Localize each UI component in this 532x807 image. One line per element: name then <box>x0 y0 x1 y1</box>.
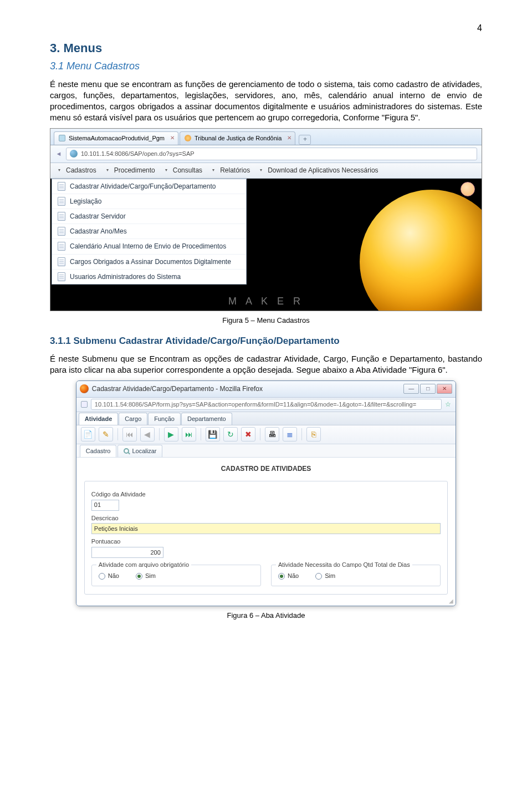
toolbar-last-icon[interactable]: ⏭ <box>182 427 196 441</box>
dropdown-item[interactable]: Cargos Obrigados a Assinar Documentos Di… <box>52 255 246 270</box>
tab-title: SistemaAutomacaoProdutivid_Pgm <box>69 134 165 143</box>
toolbar-next-icon[interactable]: ▶ <box>164 427 178 441</box>
browser-tab-strip: SistemaAutomacaoProdutivid_Pgm ✕ Tribuna… <box>50 129 482 145</box>
group-legend: Atividade com arquivo obrigatório <box>96 561 191 569</box>
toolbar-new-icon[interactable]: 📄 <box>81 427 95 441</box>
toolbar-edit-icon[interactable]: ✎ <box>99 427 113 441</box>
document-icon <box>58 212 65 221</box>
resize-grip-icon[interactable]: ◢ <box>449 597 453 605</box>
subtab-localizar[interactable]: Localizar <box>117 445 162 457</box>
form-title: CADASTRO DE ATIVIDADES <box>84 464 448 473</box>
input-codigo[interactable]: 01 <box>91 500 119 511</box>
label-descricao: Descricao <box>91 514 441 522</box>
figure-5-screenshot: SistemaAutomacaoProdutivid_Pgm ✕ Tribuna… <box>50 128 482 311</box>
document-icon <box>58 257 65 266</box>
firefox-icon <box>80 384 89 393</box>
url-text: 10.101.1.54:8086/SAP/open.do?sys=SAP <box>81 150 195 158</box>
dropdown-item[interactable]: Cadastrar Atividade/Cargo/Função/Departa… <box>52 179 246 194</box>
bookmark-star-icon[interactable]: ☆ <box>445 400 451 409</box>
input-descricao[interactable]: Petições Iniciais <box>91 523 441 534</box>
dropdown-label: Cadastrar Atividade/Cargo/Função/Departa… <box>70 182 216 191</box>
window-buttons: — □ ✕ <box>403 384 452 394</box>
dropdown-label: Cargos Obrigados a Assinar Documentos Di… <box>70 257 231 266</box>
dropdown-item[interactable]: Cadastrar Ano/Mes <box>52 224 246 239</box>
close-icon[interactable]: ✕ <box>287 134 291 142</box>
toolbar-separator <box>260 428 260 440</box>
subtab-label: Cadastro <box>86 447 111 455</box>
address-bar: ◄ 10.101.1.54:8086/SAP/open.do?sys=SAP <box>50 145 482 163</box>
document-icon <box>58 272 65 281</box>
form-area: CADASTRO DE ATIVIDADES Código da Ativida… <box>76 458 456 606</box>
label-pontuacao: Pontuacao <box>91 537 441 546</box>
dropdown-label: Usuarios Administradores do Sistema <box>70 272 181 281</box>
document-icon <box>58 242 65 251</box>
close-button[interactable]: ✕ <box>437 384 452 394</box>
figure-6-screenshot: Cadastrar Atividade/Cargo/Departamento -… <box>76 380 456 607</box>
toolbar-separator <box>159 428 160 440</box>
toolbar-first-icon[interactable]: ⏮ <box>122 427 137 441</box>
new-tab-button[interactable]: + <box>299 135 311 145</box>
menu-download[interactable]: Download de Aplicativos Necessários <box>258 166 386 175</box>
watermark-text: M A K E R <box>228 295 304 308</box>
close-icon[interactable]: ✕ <box>170 134 175 142</box>
back-icon[interactable]: ◄ <box>55 150 63 158</box>
document-icon <box>58 227 65 236</box>
radio-label: Não <box>288 572 299 580</box>
radio-icon <box>136 573 142 580</box>
radio-icon <box>315 573 322 580</box>
radio-icon <box>278 573 285 580</box>
radio-nao[interactable]: Não <box>99 572 119 580</box>
radio-label: Não <box>108 572 119 580</box>
minimize-button[interactable]: — <box>403 384 419 394</box>
tab-cargo[interactable]: Cargo <box>119 413 147 425</box>
document-icon <box>58 197 65 206</box>
figure-6-caption: Figura 6 – Aba Atividade <box>50 611 482 621</box>
toolbar-save-icon[interactable]: 💾 <box>206 427 220 441</box>
background-orb <box>360 190 482 311</box>
toolbar-prev-icon[interactable]: ◀ <box>140 427 155 441</box>
label-codigo: Código da Atividade <box>91 490 441 499</box>
document-icon <box>58 182 65 191</box>
menu-relatorios[interactable]: Relatórios <box>210 166 258 175</box>
toolbar-delete-icon[interactable]: ✖ <box>241 427 255 441</box>
dropdown-item[interactable]: Usuarios Administradores do Sistema <box>52 270 246 284</box>
cadastros-dropdown: Cadastrar Atividade/Cargo/Função/Departa… <box>52 179 247 285</box>
lock-icon <box>81 401 88 408</box>
globe-icon <box>70 150 78 158</box>
dropdown-item[interactable]: Legislação <box>52 194 246 209</box>
browser-tab-active[interactable]: SistemaAutomacaoProdutivid_Pgm ✕ <box>54 131 178 145</box>
toolbar-print-icon[interactable]: 🖶 <box>265 427 279 441</box>
subtab-cadastro[interactable]: Cadastro <box>80 445 117 457</box>
dropdown-item[interactable]: Calendário Anual Interno de Envio de Pro… <box>52 239 246 254</box>
toolbar-log-icon[interactable]: ≣ <box>283 427 297 441</box>
radio-label: Sim <box>145 572 156 580</box>
subtab-label: Localizar <box>132 447 156 455</box>
paragraph-2: É neste Submenu que se Encontram as opçõ… <box>50 353 482 376</box>
menu-consultas[interactable]: Consultas <box>163 166 210 175</box>
radio-sim[interactable]: Sim <box>315 572 335 580</box>
user-avatar-icon[interactable] <box>461 182 475 196</box>
browser-tab-inactive[interactable]: Tribunal de Justiça de Rondônia ✕ <box>180 131 295 145</box>
tab-funcao[interactable]: Função <box>148 413 181 425</box>
heading-submenu: 3.1.1 Submenu Cadastrar Atividade/Cargo/… <box>50 335 482 348</box>
radio-nao[interactable]: Não <box>278 572 299 580</box>
form-fieldset: Código da Atividade 01 Descricao Petiçõe… <box>84 481 448 595</box>
form-subtabs: Cadastro Localizar <box>76 444 456 458</box>
url-field[interactable]: 10.101.1.54:8086/SAP/open.do?sys=SAP <box>66 148 477 160</box>
popup-url-field[interactable]: 10.101.1.54:8086/SAP/form.jsp?sys=SAP&ac… <box>91 399 442 410</box>
heading-menu-cadastros: 3.1 Menu Cadastros <box>50 59 482 73</box>
toolbar-exit-icon[interactable]: ⎘ <box>306 427 321 441</box>
menu-procedimento[interactable]: Procedimento <box>104 166 163 175</box>
menu-cadastros[interactable]: Cadastros <box>56 166 104 175</box>
input-pontuacao[interactable]: 200 <box>91 547 163 558</box>
maximize-button[interactable]: □ <box>420 384 436 394</box>
toolbar-refresh-icon[interactable]: ↻ <box>223 427 238 441</box>
radio-icon <box>99 573 105 580</box>
tab-departamento[interactable]: Departamento <box>181 413 232 425</box>
toolbar-separator <box>201 428 201 440</box>
dropdown-item[interactable]: Cadastrar Servidor <box>52 209 246 224</box>
group-legend: Atividade Necessita do Campo Qtd Total d… <box>276 561 412 569</box>
app-stage: Cadastrar Atividade/Cargo/Função/Departa… <box>50 179 482 311</box>
radio-sim[interactable]: Sim <box>136 572 156 580</box>
tab-atividade[interactable]: Atividade <box>79 413 119 425</box>
